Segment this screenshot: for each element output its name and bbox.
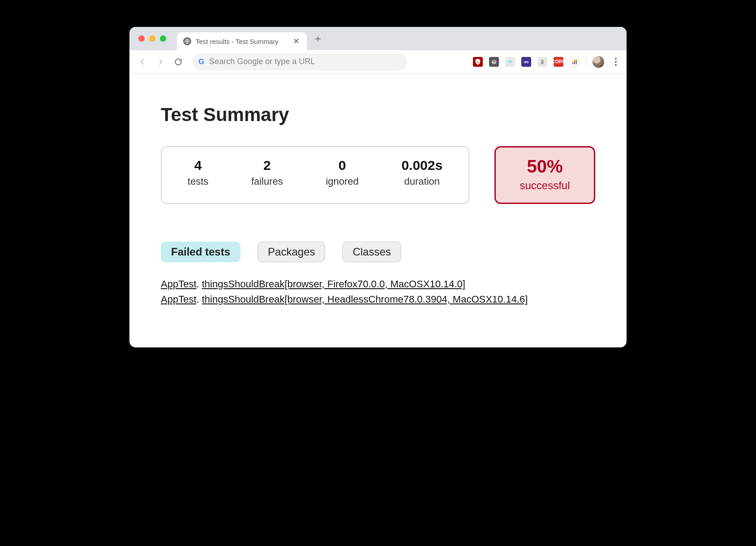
window-minimize-button[interactable] — [149, 35, 155, 42]
stat-duration: 0.002s duration — [401, 158, 442, 191]
svg-text:WS: WS — [524, 60, 529, 63]
failed-test-method[interactable]: thingsShouldBreak[browser, Firefox70.0.0… — [202, 278, 465, 290]
stat-failures-value: 2 — [251, 158, 283, 173]
cors-icon[interactable]: CORS — [554, 57, 563, 67]
separator: . — [197, 278, 202, 290]
tab-classes[interactable]: Classes — [342, 242, 401, 262]
success-label: successful — [520, 179, 570, 192]
browser-toolbar: G Search Google or type a URL u ⚛ WS COR… — [129, 50, 627, 74]
stat-tests-value: 4 — [188, 158, 208, 173]
success-percent: 50% — [527, 156, 563, 177]
reload-button[interactable] — [171, 54, 186, 69]
toolbar-separator — [586, 56, 586, 67]
svg-rect-7 — [572, 62, 574, 64]
stats-box: 4 tests 2 failures 0 ignored 0.002s dura… — [161, 146, 469, 204]
close-tab-button[interactable]: ✕ — [292, 37, 301, 46]
stat-duration-value: 0.002s — [401, 158, 442, 173]
extension-icons: u ⚛ WS CORS — [473, 56, 621, 68]
browser-menu-button[interactable] — [610, 58, 621, 66]
mouse-icon[interactable] — [537, 57, 547, 67]
stat-failures: 2 failures — [251, 158, 283, 191]
chart-icon[interactable] — [570, 57, 580, 67]
tab-strip: Test results - Test Summary ✕ ＋ — [129, 27, 627, 50]
window-close-button[interactable] — [138, 35, 145, 42]
failed-test-method[interactable]: thingsShouldBreak[browser, HeadlessChrom… — [202, 294, 528, 305]
failed-test-class[interactable]: AppTest — [161, 278, 197, 290]
stat-ignored-label: ignored — [326, 176, 358, 187]
success-box: 50% successful — [494, 146, 595, 204]
summary-row: 4 tests 2 failures 0 ignored 0.002s dura… — [161, 146, 595, 204]
stat-duration-label: duration — [401, 176, 442, 187]
separator: . — [197, 294, 202, 305]
cube-icon[interactable] — [489, 57, 499, 67]
page-title: Test Summary — [161, 104, 595, 126]
ublock-icon[interactable]: u — [473, 57, 483, 67]
failed-test-row: AppTest. thingsShouldBreak[browser, Fire… — [161, 277, 595, 292]
ws-icon[interactable]: WS — [521, 57, 531, 67]
google-icon: G — [198, 57, 204, 66]
failed-tests-list: AppTest. thingsShouldBreak[browser, Fire… — [161, 277, 595, 307]
tab-failed-tests[interactable]: Failed tests — [161, 242, 241, 262]
svg-rect-8 — [574, 61, 576, 64]
svg-rect-6 — [542, 60, 542, 61]
stat-failures-label: failures — [251, 176, 283, 187]
browser-window: Test results - Test Summary ✕ ＋ G Search… — [129, 27, 627, 347]
svg-text:u: u — [477, 61, 479, 63]
stat-tests: 4 tests — [188, 158, 208, 191]
browser-tab[interactable]: Test results - Test Summary ✕ — [177, 32, 307, 50]
svg-rect-5 — [541, 59, 544, 64]
address-bar[interactable]: G Search Google or type a URL — [192, 53, 407, 70]
globe-icon — [183, 37, 191, 45]
window-zoom-button[interactable] — [160, 35, 166, 42]
omnibox-placeholder: Search Google or type a URL — [209, 57, 315, 66]
stat-ignored: 0 ignored — [326, 158, 358, 191]
stat-tests-label: tests — [188, 176, 208, 187]
new-tab-button[interactable]: ＋ — [310, 31, 326, 46]
profile-avatar[interactable] — [593, 56, 604, 68]
failed-test-row: AppTest. thingsShouldBreak[browser, Head… — [161, 292, 595, 307]
tab-packages[interactable]: Packages — [258, 242, 325, 262]
forward-button[interactable] — [153, 54, 168, 69]
page-content: Test Summary 4 tests 2 failures 0 ignore… — [129, 74, 627, 347]
tab-title: Test results - Test Summary — [196, 38, 279, 45]
window-controls — [138, 35, 166, 42]
result-tabs: Failed tests Packages Classes — [161, 242, 595, 262]
back-button[interactable] — [135, 54, 150, 69]
stat-ignored-value: 0 — [326, 158, 358, 173]
failed-test-class[interactable]: AppTest — [161, 294, 197, 305]
react-icon[interactable]: ⚛ — [505, 57, 515, 67]
